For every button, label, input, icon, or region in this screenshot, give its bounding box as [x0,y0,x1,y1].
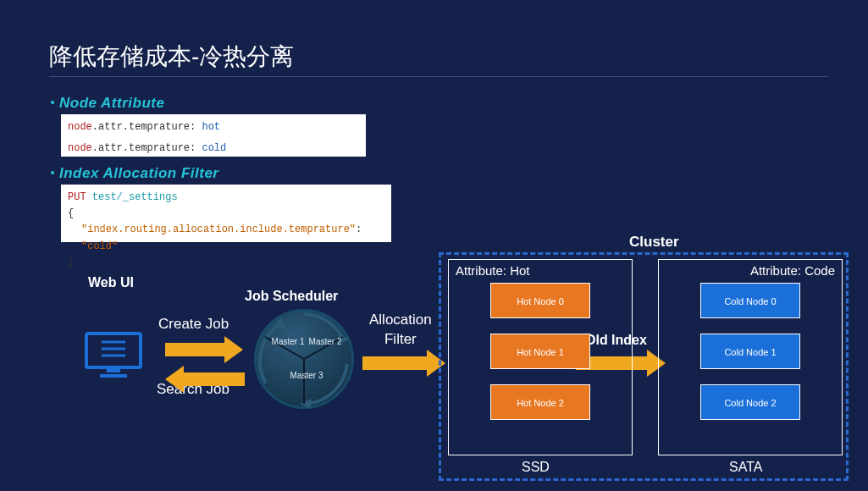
web-ui-label: Web UI [88,275,134,290]
allocation-filter-l1: Allocation [369,312,432,328]
job-scheduler-label: Job Scheduler [245,289,338,304]
master-node-label: Master 1 [267,337,309,346]
allocation-filter-label: Allocation Filter [369,311,432,350]
cold-group-label: Attribute: Code [666,263,835,278]
code-token: PUT [68,191,86,203]
hot-storage-label: SSD [522,460,550,475]
code-token: node [68,121,92,133]
node-attribute-code: node.attr.temprature: hot node.attr.temp… [61,114,366,157]
cold-group-box: Attribute: Code Cold Node 0 Cold Node 1 … [658,259,843,455]
slide-title: 降低存储成本-冷热分离 [49,41,294,73]
hot-group-box: Attribute: Hot Hot Node 0 Hot Node 1 Hot… [448,259,633,455]
code-token: { [68,207,74,219]
code-token: node [68,142,92,154]
monitor-icon [83,330,144,383]
code-token: cold [196,142,226,154]
cold-node: Cold Node 0 [700,283,800,318]
code-token: : [356,223,362,235]
master-node-label: Master 3 [285,371,328,380]
title-underline [49,76,828,77]
svg-marker-7 [300,399,312,409]
cluster-label: Cluster [629,234,679,251]
cold-node: Cold Node 1 [700,334,800,369]
code-token: .attr.temprature: [92,142,196,154]
index-allocation-heading-text: Index Allocation Filter [59,165,218,181]
svg-marker-8 [273,317,286,329]
section-index-allocation-heading: Index Allocation Filter [51,165,218,182]
cold-node: Cold Node 2 [700,384,800,420]
hot-node: Hot Node 0 [490,283,590,318]
svg-rect-0 [86,334,141,367]
node-attribute-heading-text: Node Attribute [59,95,164,111]
cold-storage-label: SATA [729,460,762,475]
code-token: "cold" [81,240,118,252]
hot-group-label: Attribute: Hot [456,263,625,278]
index-allocation-code: PUT test/_settings { "index.routing.allo… [61,185,391,242]
master-node-label: Master 2 [304,337,346,346]
cluster-box: Attribute: Hot Hot Node 0 Hot Node 1 Hot… [439,252,849,481]
code-token: test/_settings [86,191,178,203]
section-node-attribute-heading: Node Attribute [51,95,164,112]
hot-node: Hot Node 1 [490,334,590,369]
job-scheduler-icon: Master 1 Master 2 Master 3 [254,309,354,409]
code-token: "index.routing.allocation.include.tempra… [81,223,356,235]
create-job-label: Create Job [158,316,229,333]
code-token: .attr.temprature: [92,121,196,133]
code-token: hot [196,121,220,133]
hot-node: Hot Node 2 [490,384,590,420]
allocation-filter-l2: Filter [384,331,417,347]
code-token: } [68,257,74,268]
